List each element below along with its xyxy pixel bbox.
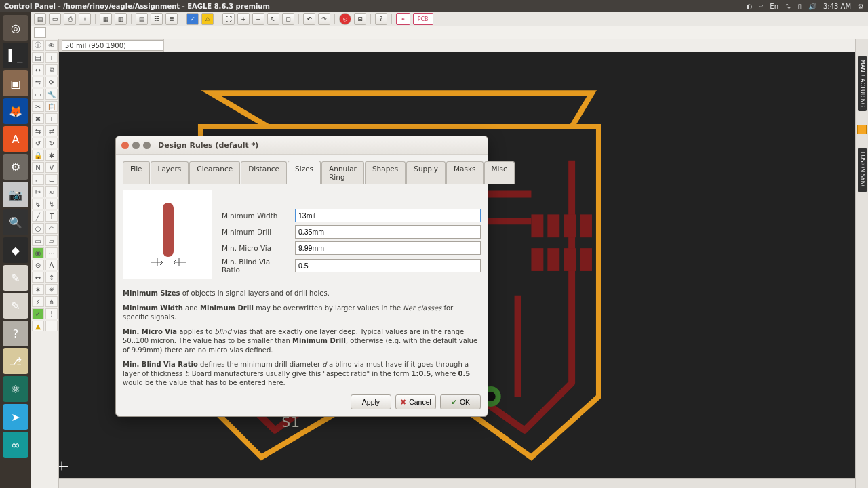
mark-tool-icon[interactable]: ✛ [45, 52, 58, 63]
tab-misc[interactable]: Misc [484, 161, 515, 184]
clock[interactable]: 3:43 AM [823, 3, 851, 10]
copy-tool-icon[interactable]: ⧉ [45, 64, 58, 75]
zoom-out-icon[interactable]: − [252, 13, 264, 25]
add-tool-icon[interactable]: + [45, 113, 58, 124]
info-tool-icon[interactable]: ⓘ [32, 40, 44, 51]
zoom-select-icon[interactable]: ◻ [282, 13, 294, 25]
inkscape-icon[interactable]: ◆ [3, 237, 28, 263]
polygon-tool-icon[interactable]: ▱ [45, 235, 58, 246]
dim2-tool-icon[interactable]: ↕ [45, 272, 58, 283]
tab-sizes[interactable]: Sizes [288, 161, 321, 184]
hole-tool-icon[interactable]: ⊙ [32, 260, 44, 270]
print-icon[interactable]: ⎙ [64, 13, 76, 25]
sound-icon[interactable]: 🔊 [808, 3, 816, 10]
erc-tool-icon[interactable]: ✓ [32, 308, 44, 319]
schematic-icon[interactable]: ▥ [115, 13, 127, 25]
arduino-icon[interactable]: ∞ [3, 432, 28, 458]
tab-file[interactable]: File [123, 161, 150, 184]
signal-tool-icon[interactable]: ⋯ [45, 247, 58, 258]
tab-shapes[interactable]: Shapes [365, 161, 406, 184]
script-icon[interactable]: ≣ [165, 13, 178, 25]
language-indicator[interactable]: En [770, 3, 778, 10]
fanout-tool-icon[interactable]: ⋔ [45, 296, 58, 307]
name-tool-icon[interactable]: N [32, 162, 44, 173]
cutpaste-b-icon[interactable]: 📋 [45, 101, 58, 112]
notepad-icon[interactable]: ✎ [3, 293, 28, 319]
min-width-input[interactable] [295, 209, 481, 222]
ratsnest-b-icon[interactable]: ✳ [45, 284, 58, 295]
atom-editor-icon[interactable]: ⚛ [3, 376, 28, 402]
dialog-title-bar[interactable]: Design Rules (default *) [116, 136, 488, 155]
change-tool-icon[interactable]: 🔧 [45, 89, 58, 100]
replace-a-icon[interactable]: ↺ [32, 138, 44, 148]
route-tool-icon[interactable]: ↯ [32, 199, 44, 209]
manufacturer-badge[interactable]: ✦ [396, 13, 410, 25]
rect-tool-icon[interactable]: ▭ [32, 235, 44, 246]
min-drill-input[interactable] [295, 225, 481, 239]
pcb-quote-badge[interactable]: PCB [413, 13, 433, 25]
dash-icon[interactable]: ◎ [3, 15, 28, 41]
cam-icon[interactable]: ⌗ [79, 13, 91, 25]
library-icon[interactable]: ☷ [151, 13, 163, 25]
pinswap-b-icon[interactable]: ⇄ [45, 125, 58, 136]
pinswap-a-icon[interactable]: ⇆ [32, 125, 44, 136]
magnifier-icon[interactable]: 🔍 [3, 209, 28, 235]
miter-b-icon[interactable]: ⌙ [45, 174, 58, 185]
cutpaste-a-icon[interactable]: ✂ [32, 101, 44, 112]
optimize-tool-icon[interactable]: ≈ [45, 186, 58, 197]
show-tool-icon[interactable]: 👁 [45, 40, 58, 51]
tab-masks[interactable]: Masks [446, 161, 484, 184]
updown-icon[interactable]: ⇅ [785, 3, 791, 10]
text-tool-icon[interactable]: T [45, 211, 58, 222]
help-icon[interactable]: ? [3, 321, 28, 346]
circle-tool-icon[interactable]: ○ [32, 223, 44, 234]
tab-annular-ring[interactable]: Annular Ring [321, 161, 364, 184]
open-icon[interactable]: ▤ [34, 13, 46, 25]
horizontal-scrollbar[interactable] [59, 478, 855, 488]
rotate-tool-icon[interactable]: ⟳ [45, 77, 58, 87]
drc-icon[interactable]: ✓ [186, 13, 199, 25]
tab-distance[interactable]: Distance [241, 161, 287, 184]
arc-tool-icon[interactable]: ◠ [45, 223, 58, 234]
minimize-icon[interactable] [132, 142, 140, 149]
ripup-tool-icon[interactable]: ↯ [45, 199, 58, 209]
value-tool-icon[interactable]: V [45, 162, 58, 173]
stop-icon[interactable]: ⦸ [339, 13, 351, 25]
board-icon[interactable]: ▦ [100, 13, 112, 25]
move-tool-icon[interactable]: ↔ [32, 64, 44, 75]
close-icon[interactable] [121, 142, 129, 149]
split-tool-icon[interactable]: ✂ [32, 186, 44, 197]
screenshot-icon[interactable]: 📷 [3, 182, 28, 207]
zoom-redraw-icon[interactable]: ↻ [267, 13, 279, 25]
smash-tool-icon[interactable]: ✱ [45, 150, 58, 161]
group-tool-icon[interactable]: ▭ [32, 89, 44, 100]
eagle-cad-icon[interactable]: ⎇ [3, 348, 28, 374]
ok-button[interactable]: ✔OK [440, 394, 481, 409]
battery-icon[interactable]: ▯ [797, 3, 802, 10]
maximize-icon[interactable] [143, 142, 151, 149]
terminal-icon[interactable]: ▍_ [3, 43, 28, 68]
tab-supply[interactable]: Supply [406, 161, 446, 184]
zoom-fit-icon[interactable]: ⛶ [222, 13, 235, 25]
info-icon[interactable]: ? [375, 13, 387, 25]
via-tool-icon[interactable]: ◉ [32, 247, 44, 258]
layer-tool-icon[interactable]: ▤ [32, 52, 44, 63]
cancel-button[interactable]: ✖Cancel [395, 394, 436, 409]
tab-clearance[interactable]: Clearance [189, 161, 240, 184]
undo-icon[interactable]: ↶ [303, 13, 315, 25]
dimension-tool-icon[interactable]: ↔ [32, 272, 44, 283]
fusion-sync-icon[interactable] [857, 125, 867, 134]
attribute-tool-icon[interactable]: A [45, 260, 58, 270]
warning-icon[interactable]: ▲ [32, 321, 44, 331]
ratsnest-a-icon[interactable]: ✶ [32, 284, 44, 295]
telegram-icon[interactable]: ➤ [3, 404, 28, 430]
zoom-in-icon[interactable]: + [237, 13, 250, 25]
save-icon[interactable]: ▭ [49, 13, 61, 25]
replace-b-icon[interactable]: ↻ [45, 138, 58, 148]
erc-icon[interactable]: ⚠ [201, 13, 214, 25]
wifi-icon[interactable]: ⌔ [759, 3, 763, 10]
lock-tool-icon[interactable]: 🔒 [32, 150, 44, 161]
go-icon[interactable]: ⊟ [354, 13, 366, 25]
grid-icon[interactable] [34, 27, 46, 38]
telegram-tray-icon[interactable]: ◐ [747, 3, 753, 10]
